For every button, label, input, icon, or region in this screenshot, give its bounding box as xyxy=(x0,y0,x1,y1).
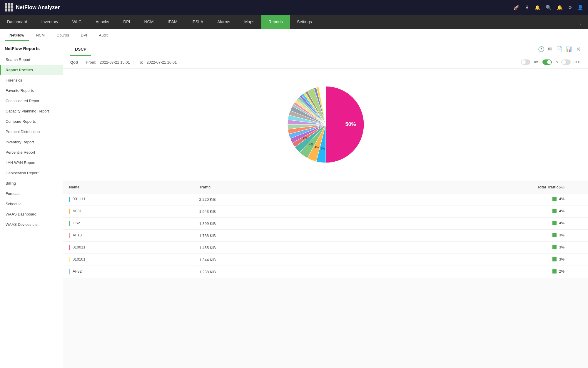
cell-percent: 3% xyxy=(325,242,588,254)
filter-bar: QoS | From: 2022-07-21 15:01 | To: 2022-… xyxy=(63,56,588,69)
sidebar-item-inventory-report[interactable]: Inventory Report xyxy=(0,137,63,147)
filter-from-label: From: xyxy=(86,60,96,64)
nav-wlc[interactable]: WLC xyxy=(65,15,88,29)
sidebar-item-waas-devices-list[interactable]: WAAS Devices List xyxy=(0,219,63,230)
nav-maps[interactable]: Maps xyxy=(237,15,261,29)
monitor-icon[interactable]: 🖥 xyxy=(524,5,529,10)
content-header: DSCP 🕐 ✉ 📄 📊 ✕ xyxy=(63,41,588,56)
table-header-row: Name Traffic Total Traffic(%) xyxy=(63,181,588,193)
cell-traffic: 1.899 KiB xyxy=(193,218,325,230)
search-icon[interactable]: 🔍 xyxy=(546,5,552,10)
sub-nav-audit[interactable]: Audit xyxy=(94,33,112,41)
cell-percent: 4% xyxy=(325,205,588,218)
col-traffic: Traffic xyxy=(193,181,325,193)
filter-separator2: | xyxy=(133,60,134,64)
cell-traffic: 2.220 KiB xyxy=(193,193,325,205)
table-row: 0011112.220 KiB 4% xyxy=(63,193,588,205)
cell-name: 010011 xyxy=(63,242,193,254)
rocket-icon[interactable]: 🚀 xyxy=(513,5,519,10)
col-name: Name xyxy=(63,181,193,193)
nav-attacks[interactable]: Attacks xyxy=(88,15,116,29)
nav-reports[interactable]: Reports xyxy=(261,15,290,29)
nav-ipsla[interactable]: IPSLA xyxy=(185,15,211,29)
pdf-icon[interactable]: 📄 xyxy=(556,46,562,52)
nav-ipam[interactable]: IPAM xyxy=(161,15,184,29)
table-area: Name Traffic Total Traffic(%) 0011112.22… xyxy=(63,181,588,278)
close-icon[interactable]: ✕ xyxy=(576,46,581,53)
content-tab-dscp[interactable]: DSCP xyxy=(70,47,91,56)
sidebar-item-forecast[interactable]: Forecast xyxy=(0,188,63,199)
filter-from-value: 2022-07-21 15:01 xyxy=(100,60,130,64)
table-row: AF131.738 KiB 3% xyxy=(63,230,588,242)
sidebar-item-lan-wan-report[interactable]: LAN WAN Report xyxy=(0,158,63,168)
sidebar-item-compare-reports[interactable]: Compare Reports xyxy=(0,116,63,127)
svg-text:4%: 4% xyxy=(320,147,325,150)
nav-dpi[interactable]: DPI xyxy=(116,15,137,29)
cell-name: 001111 xyxy=(63,193,193,205)
cell-percent: 2% xyxy=(325,266,588,278)
nav-ncm[interactable]: NCM xyxy=(137,15,161,29)
app-logo: NetFlow Analyzer xyxy=(5,3,510,11)
email-icon[interactable]: ✉ xyxy=(548,46,552,52)
sidebar-item-geolocation-report[interactable]: Geolocation Report xyxy=(0,168,63,178)
sidebar: NetFlow Reports Search Report Report Pro… xyxy=(0,41,63,368)
sidebar-item-report-profiles[interactable]: Report Profiles xyxy=(0,65,63,75)
sub-nav-netflow[interactable]: NetFlow xyxy=(5,33,29,41)
cell-name: 010101 xyxy=(63,254,193,266)
tos-toggle[interactable] xyxy=(521,59,530,65)
col-total-traffic: Total Traffic(%) xyxy=(325,181,588,193)
nav-alarms[interactable]: Alarms xyxy=(210,15,237,29)
sidebar-item-consolidated-report[interactable]: Consolidated Report xyxy=(0,96,63,106)
user-icon[interactable]: 👤 xyxy=(577,5,583,10)
sidebar-item-waas-dashboard[interactable]: WAAS Dashboard xyxy=(0,209,63,219)
pie-chart: 50%4%4%4%2% xyxy=(279,77,373,172)
sidebar-item-search-report[interactable]: Search Report xyxy=(0,54,63,65)
sub-nav-oputils[interactable]: OpUtils xyxy=(52,33,74,41)
cell-name: AF13 xyxy=(63,230,193,242)
app-title: NetFlow Analyzer xyxy=(16,4,60,11)
sidebar-item-forensics[interactable]: Forensics xyxy=(0,75,63,85)
filter-qos-label: QoS xyxy=(70,60,78,64)
data-table: Name Traffic Total Traffic(%) 0011112.22… xyxy=(63,181,588,278)
sidebar-item-capacity-planning[interactable]: Capacity Planning Report xyxy=(0,106,63,116)
svg-text:4%: 4% xyxy=(309,143,313,146)
svg-text:50%: 50% xyxy=(345,121,356,127)
sidebar-item-protocol-distribution[interactable]: Protocol Distribution xyxy=(0,127,63,137)
table-row: 0100111.465 KiB 3% xyxy=(63,242,588,254)
export-icon[interactable]: 📊 xyxy=(566,46,572,52)
table-row: AF311.943 KiB 4% xyxy=(63,205,588,218)
cell-traffic: 1.738 KiB xyxy=(193,230,325,242)
cell-name: AF32 xyxy=(63,266,193,278)
out-toggle[interactable] xyxy=(561,59,571,65)
gear-icon[interactable]: ⚙ xyxy=(568,5,572,10)
bell-outline-icon[interactable]: 🔔 xyxy=(534,5,540,10)
table-row: CS21.899 KiB 4% xyxy=(63,218,588,230)
cell-name: CS2 xyxy=(63,218,193,230)
filter-to-label: To: xyxy=(138,60,143,64)
out-label: OUT xyxy=(574,60,581,64)
in-toggle[interactable] xyxy=(542,59,552,65)
history-icon[interactable]: 🕐 xyxy=(538,46,544,52)
filter-to-value: 2022-07-21 16:01 xyxy=(146,60,177,64)
sidebar-item-percentile-report[interactable]: Percentile Report xyxy=(0,147,63,158)
nav-more-button[interactable]: ⋮ xyxy=(573,18,588,25)
cell-traffic: 1.238 KiB xyxy=(193,266,325,278)
cell-percent: 3% xyxy=(325,254,588,266)
nav-inventory[interactable]: Inventory xyxy=(34,15,66,29)
sidebar-item-favorite-reports[interactable]: Favorite Reports xyxy=(0,85,63,96)
grid-icon xyxy=(5,3,13,11)
content-area: DSCP 🕐 ✉ 📄 📊 ✕ QoS | From: 2022-07-21 15… xyxy=(63,41,588,368)
nav-dashboard[interactable]: Dashboard xyxy=(0,15,34,29)
cell-traffic: 1.465 KiB xyxy=(193,242,325,254)
top-bar-icons: 🚀 🖥 🔔 🔍 🔔 ⚙ 👤 xyxy=(513,5,583,10)
main-layout: NetFlow Reports Search Report Report Pro… xyxy=(0,41,588,368)
chart-area: 50%4%4%4%2% xyxy=(63,69,588,180)
top-bar: NetFlow Analyzer 🚀 🖥 🔔 🔍 🔔 ⚙ 👤 xyxy=(0,0,588,15)
sub-nav-ncm[interactable]: NCM xyxy=(31,33,50,41)
alert-bell-icon[interactable]: 🔔 xyxy=(557,5,563,10)
sidebar-item-schedule[interactable]: Schedule xyxy=(0,199,63,209)
nav-settings[interactable]: Settings xyxy=(290,15,319,29)
sub-nav-dpi[interactable]: DPI xyxy=(76,33,92,41)
sidebar-item-billing[interactable]: Billing xyxy=(0,178,63,188)
cell-percent: 4% xyxy=(325,193,588,205)
